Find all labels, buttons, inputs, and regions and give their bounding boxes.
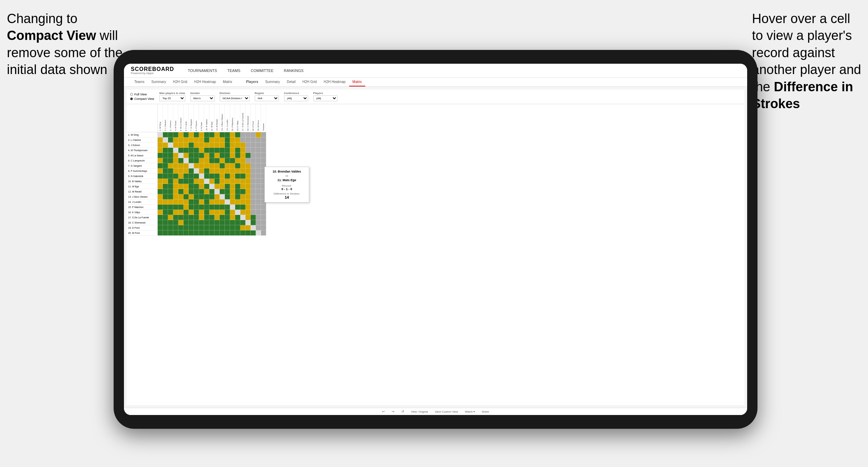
cell-11-9[interactable] xyxy=(199,184,204,189)
cell-6-7[interactable] xyxy=(189,158,194,163)
cell-17-2[interactable] xyxy=(163,215,168,220)
tab-matrix1[interactable]: Matrix xyxy=(219,78,236,86)
cell-16-2[interactable] xyxy=(163,210,168,215)
cell-12-4[interactable] xyxy=(173,189,178,194)
cell-12-5[interactable] xyxy=(178,189,184,194)
cell-16-10[interactable] xyxy=(204,210,209,215)
cell-11-8[interactable] xyxy=(194,184,199,189)
cell-3-12[interactable] xyxy=(215,143,220,148)
cell-5-5[interactable] xyxy=(178,153,184,158)
cell-7-6[interactable] xyxy=(184,163,189,168)
cell-11-1[interactable] xyxy=(158,184,163,189)
cell-1-12[interactable] xyxy=(215,132,220,137)
cell-17-1[interactable] xyxy=(158,215,163,220)
cell-14-8[interactable] xyxy=(194,199,199,205)
cell-3-1[interactable] xyxy=(158,143,163,148)
cell-12-17[interactable] xyxy=(240,189,245,194)
refresh-button[interactable]: ↺ xyxy=(401,410,404,413)
cell-8-17[interactable] xyxy=(240,168,245,174)
cell-16-13[interactable] xyxy=(220,210,225,215)
cell-11-7[interactable] xyxy=(189,184,194,189)
cell-10-1[interactable] xyxy=(158,179,163,184)
region-select[interactable]: N/A xyxy=(255,95,279,101)
cell-2-2[interactable] xyxy=(163,137,168,143)
cell-14-14[interactable] xyxy=(225,199,230,205)
cell-20-16[interactable] xyxy=(235,230,240,236)
cell-6-19[interactable] xyxy=(251,158,256,163)
tab-summary2[interactable]: Summary xyxy=(262,78,283,86)
cell-19-7[interactable] xyxy=(189,225,194,230)
cell-19-21[interactable] xyxy=(261,225,266,230)
cell-3-5[interactable] xyxy=(178,143,184,148)
cell-12-16[interactable] xyxy=(235,189,240,194)
cell-4-4[interactable] xyxy=(173,148,178,153)
cell-13-20[interactable] xyxy=(256,194,261,199)
cell-6-5[interactable] xyxy=(178,158,184,163)
cell-3-6[interactable] xyxy=(184,143,189,148)
cell-15-19[interactable] xyxy=(251,205,256,210)
cell-13-8[interactable] xyxy=(194,194,199,199)
cell-14-9[interactable] xyxy=(199,199,204,205)
cell-6-9[interactable] xyxy=(199,158,204,163)
cell-10-6[interactable] xyxy=(184,179,189,184)
cell-20-15[interactable] xyxy=(230,230,235,236)
cell-12-11[interactable] xyxy=(209,189,215,194)
cell-5-11[interactable] xyxy=(209,153,215,158)
cell-4-5[interactable] xyxy=(178,148,184,153)
cell-1-3[interactable] xyxy=(168,132,173,137)
cell-1-20[interactable] xyxy=(256,132,261,137)
cell-2-10[interactable] xyxy=(204,137,209,143)
cell-1-2[interactable] xyxy=(163,132,168,137)
cell-13-4[interactable] xyxy=(173,194,178,199)
cell-14-4[interactable] xyxy=(173,199,178,205)
cell-12-18[interactable] xyxy=(245,189,251,194)
cell-16-15[interactable] xyxy=(230,210,235,215)
cell-4-17[interactable] xyxy=(240,148,245,153)
cell-1-8[interactable] xyxy=(194,132,199,137)
cell-17-7[interactable] xyxy=(189,215,194,220)
cell-19-9[interactable] xyxy=(199,225,204,230)
tab-h2hgrid2[interactable]: H2H Grid xyxy=(299,78,321,86)
cell-6-20[interactable] xyxy=(256,158,261,163)
cell-2-21[interactable] xyxy=(261,137,266,143)
cell-15-1[interactable] xyxy=(158,205,163,210)
cell-2-15[interactable] xyxy=(230,137,235,143)
cell-10-12[interactable] xyxy=(215,179,220,184)
cell-6-4[interactable] xyxy=(173,158,178,163)
cell-9-17[interactable] xyxy=(240,174,245,179)
cell-15-18[interactable] xyxy=(245,205,251,210)
cell-8-4[interactable] xyxy=(173,168,178,174)
cell-5-19[interactable] xyxy=(251,153,256,158)
cell-3-8[interactable] xyxy=(194,143,199,148)
cell-18-14[interactable] xyxy=(225,220,230,225)
gender-select[interactable]: Men's xyxy=(190,95,215,101)
tab-summary1[interactable]: Summary xyxy=(148,78,169,86)
cell-20-21[interactable] xyxy=(261,230,266,236)
cell-9-15[interactable] xyxy=(230,174,235,179)
tab-detail[interactable]: Detail xyxy=(283,78,299,86)
redo-button[interactable]: ↪ xyxy=(392,410,395,413)
cell-19-3[interactable] xyxy=(168,225,173,230)
cell-5-16[interactable] xyxy=(235,153,240,158)
cell-12-20[interactable] xyxy=(256,189,261,194)
cell-20-14[interactable] xyxy=(225,230,230,236)
cell-7-12[interactable] xyxy=(215,163,220,168)
cell-16-9[interactable] xyxy=(199,210,204,215)
cell-4-3[interactable] xyxy=(168,148,173,153)
cell-10-8[interactable] xyxy=(194,179,199,184)
nav-teams[interactable]: TEAMS xyxy=(227,67,240,74)
cell-1-11[interactable] xyxy=(209,132,215,137)
cell-6-17[interactable] xyxy=(240,158,245,163)
cell-8-7[interactable] xyxy=(189,168,194,174)
cell-20-19[interactable] xyxy=(251,230,256,236)
cell-6-13[interactable] xyxy=(220,158,225,163)
tab-matrix2[interactable]: Matrix xyxy=(349,78,365,86)
cell-7-19[interactable] xyxy=(251,163,256,168)
cell-4-19[interactable] xyxy=(251,148,256,153)
cell-9-3[interactable] xyxy=(168,174,173,179)
cell-16-12[interactable] xyxy=(215,210,220,215)
cell-10-18[interactable] xyxy=(245,179,251,184)
cell-9-16[interactable] xyxy=(235,174,240,179)
cell-18-13[interactable] xyxy=(220,220,225,225)
cell-2-20[interactable] xyxy=(256,137,261,143)
